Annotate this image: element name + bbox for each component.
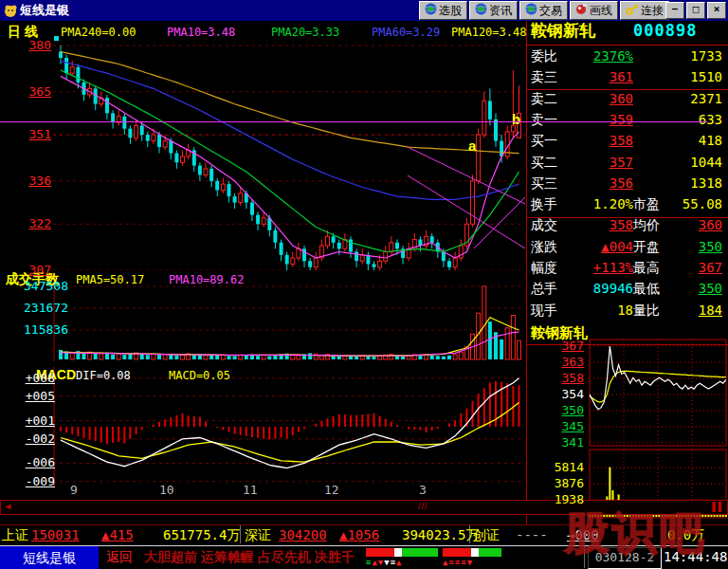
quote-row-label: 卖二 — [531, 92, 557, 106]
gauge-white-segment — [394, 548, 402, 557]
intraday-volume-tick: 1938 — [546, 492, 584, 506]
quote-value2: 2371 — [656, 92, 722, 106]
month-axis-tick: 9 — [70, 483, 78, 497]
scroll-left-arrow[interactable]: ◄ — [4, 502, 12, 511]
status-item: 0.0万 — [667, 528, 704, 542]
annotation-b: b — [512, 112, 520, 126]
status-item[interactable]: ▲415 — [101, 528, 134, 542]
quote-row-label: 总手 — [531, 282, 557, 296]
price-alert-line — [0, 121, 707, 122]
period-label[interactable]: 日 线 — [8, 25, 38, 39]
intraday-price-tick: 358 — [554, 371, 584, 385]
maximize-button[interactable]: □ — [686, 2, 705, 19]
price-axis-tick: 322 — [13, 216, 51, 230]
draw-line-button[interactable]: 画线 — [570, 1, 618, 20]
quote-value[interactable]: 358 — [565, 134, 633, 148]
indicator-pma120: PMA120=3.48 — [451, 26, 526, 40]
quote-value: 89946 — [565, 282, 633, 296]
quote-value2[interactable]: 360 — [656, 218, 722, 232]
market-gauge-1 — [366, 548, 438, 557]
minimize-button[interactable]: − — [665, 2, 684, 19]
quote-value2[interactable]: 367 — [656, 261, 722, 275]
connect-button[interactable]: 连接 — [620, 1, 669, 20]
quote-value[interactable]: 361 — [565, 70, 633, 84]
quote-value: 1.20% — [565, 197, 633, 211]
month-axis-tick: 10 — [159, 483, 174, 497]
quote-value[interactable]: 358 — [565, 218, 633, 232]
toolbar: 选股 资讯 交易 画线 连接 — [419, 1, 669, 20]
connect-label: 连接 — [641, 3, 664, 19]
news-label: 资讯 — [489, 3, 512, 19]
quote-row-label: 成交 — [531, 218, 557, 232]
price-axis-tick: 365 — [13, 84, 51, 99]
quote-row-label: 现手 — [531, 303, 557, 318]
draw-line-label: 画线 — [590, 3, 612, 19]
volume-axis-tick: 347508 — [9, 279, 68, 293]
status-item: 394023.5万 — [402, 528, 479, 542]
quote-value[interactable]: +113% — [565, 261, 633, 275]
status-item: 创证 — [473, 528, 500, 542]
quote-value[interactable]: 356 — [565, 176, 633, 191]
panel-separator — [527, 217, 728, 218]
gauge-arrows-1: ≡▲▼▼≡▲ — [366, 558, 403, 567]
quote-row-label: 买一 — [531, 134, 557, 148]
indicator-macd: MACD=0.05 — [169, 369, 230, 383]
gauge-red-segment — [443, 548, 471, 557]
date-display: 030128-2 — [588, 547, 662, 569]
intraday-volume-tick: 5814 — [546, 460, 584, 474]
price-axis-tick: 307 — [13, 263, 51, 277]
back-button[interactable]: 返回 — [106, 550, 133, 564]
trade-button[interactable]: 交易 — [519, 1, 568, 20]
scroll-right-arrow[interactable]: ▌▌ — [712, 502, 724, 511]
status-item[interactable]: 304200 — [279, 528, 327, 542]
scroll-thumb[interactable]: /// — [418, 502, 428, 511]
window-title: 短线是银 — [20, 2, 69, 19]
quote-value[interactable]: ▲004 — [565, 240, 633, 254]
stock-pick-button[interactable]: 选股 — [419, 1, 467, 20]
intraday-price-tick: 363 — [554, 355, 584, 369]
quote-value[interactable]: 360 — [565, 92, 633, 106]
macd-chart[interactable] — [0, 365, 527, 500]
macd-axis-tick: -002 — [9, 431, 55, 446]
quote-value2: 1733 — [656, 49, 722, 64]
gauge-red-segment — [366, 548, 394, 557]
status-item[interactable]: →000 — [567, 528, 599, 542]
news-button[interactable]: 资讯 — [469, 1, 518, 20]
chart-scrollbar[interactable]: ◄ /// ▌▌ — [0, 500, 728, 515]
quote-value: 18 — [565, 303, 633, 318]
quote-row-label: 涨跌 — [531, 240, 557, 254]
tab-short-term-silver[interactable]: 短线是银 — [0, 546, 99, 569]
intraday-price-tick: 354 — [554, 387, 584, 401]
status-item: 深证 — [245, 528, 271, 542]
stock-name: 鞍钢新轧 — [531, 24, 595, 38]
status-item[interactable]: ▲1056 — [339, 528, 379, 542]
gauge-green-segment — [402, 548, 438, 557]
quote-row-label: 委比 — [531, 49, 557, 64]
time-display: 14:44:48 — [664, 547, 726, 567]
macd-axis-tick: +005 — [9, 389, 55, 403]
status-item: ---- — [516, 528, 548, 542]
status-item: 上证 — [2, 528, 28, 542]
gauge-green-segment — [479, 548, 501, 557]
close-button[interactable]: × — [707, 2, 726, 19]
quote-value2: 633 — [656, 113, 722, 127]
quote-value2[interactable]: 350 — [656, 282, 722, 296]
price-axis-tick: 380 — [13, 38, 51, 52]
status-item[interactable]: 150031 — [31, 528, 80, 542]
intraday-price-tick: 367 — [554, 339, 584, 353]
indicator-dif: DIF=0.08 — [76, 369, 131, 383]
quote-value2: 55.08 — [656, 197, 722, 211]
volume-axis-tick: 115836 — [9, 322, 68, 337]
quote-row-label: 卖一 — [531, 113, 557, 127]
quote-value[interactable]: 2376% — [565, 49, 633, 64]
quote-value2[interactable]: 184 — [656, 303, 722, 318]
quote-value2[interactable]: 350 — [656, 240, 722, 254]
volume-axis-tick: 231672 — [9, 301, 68, 315]
quote-value[interactable]: 359 — [565, 113, 633, 127]
globe-icon — [425, 3, 437, 18]
indicator-pma20: PMA20=3.33 — [271, 26, 339, 40]
quote-value[interactable]: 357 — [565, 156, 633, 170]
price-axis-tick: 336 — [13, 174, 51, 188]
daily-candlestick-chart[interactable] — [0, 21, 527, 270]
stock-pick-label: 选股 — [439, 3, 462, 19]
